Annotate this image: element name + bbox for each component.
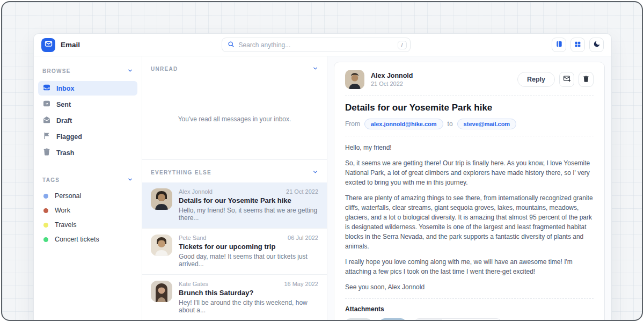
trash-icon (582, 75, 590, 84)
chevron-down-icon[interactable] (127, 175, 133, 185)
tag-label: Travels (55, 221, 77, 229)
book-icon (555, 40, 563, 49)
email-date: 06 Jul 2022 (288, 235, 318, 241)
avatar (151, 281, 172, 302)
unread-empty-state: You've read all messages in your inbox. (142, 79, 327, 159)
to-address-chip[interactable]: steve@mail.com (457, 119, 517, 129)
email-body: Hello, my friend! So, it seems we are ge… (345, 143, 594, 292)
avatar (151, 188, 172, 210)
attachment-photo-half-dome[interactable] (379, 318, 406, 321)
folder-icon (414, 319, 442, 321)
apps-button[interactable] (570, 38, 585, 52)
divider (345, 96, 594, 96)
sidebar: BROWSE Inbox Sent (34, 56, 142, 321)
tag-item-concert-tickets[interactable]: Concert tickets (38, 233, 137, 246)
envelope-plus-icon (563, 75, 571, 84)
reply-button[interactable]: Reply (517, 72, 555, 87)
tag-item-work[interactable]: Work (38, 204, 137, 217)
sidebar-item-trash[interactable]: Trash (38, 145, 137, 160)
email-body-paragraph: So, it seems we are getting there! Our t… (345, 158, 594, 187)
email-app-window: Email / (33, 33, 612, 321)
divider (345, 136, 594, 136)
attachment-photo-valley[interactable] (345, 318, 372, 321)
email-detail-header: Alex Jonnold 21 Oct 2022 Reply (345, 70, 594, 89)
email-subject: Tickets for our upcoming trip (179, 243, 318, 251)
email-date: 16 May 2022 (284, 281, 318, 287)
forward-email-button[interactable] (559, 72, 574, 87)
browse-section-header[interactable]: BROWSE (34, 58, 142, 81)
chevron-down-icon[interactable] (312, 167, 318, 177)
notebook-button[interactable] (552, 38, 566, 52)
file-meta: videos-hike.zip 100 MB (442, 319, 501, 321)
sidebar-item-label: Trash (56, 149, 74, 157)
reading-pane: Alex Jonnold 21 Oct 2022 Reply (327, 56, 611, 321)
tag-label: Personal (55, 192, 81, 200)
unread-section-header[interactable]: UNREAD (142, 56, 327, 79)
sidebar-item-label: Inbox (56, 85, 74, 92)
sidebar-item-draft[interactable]: Draft (38, 113, 137, 128)
tags-section-header[interactable]: TAGS (34, 167, 142, 190)
email-subject: Brunch this Saturday? (179, 289, 318, 297)
everything-else-section-header[interactable]: EVERYTHING ELSE (142, 159, 327, 182)
desktop-background: Email / (1, 1, 643, 321)
main-layout: BROWSE Inbox Sent (34, 56, 611, 321)
divider (345, 298, 594, 299)
email-body-paragraph: See you soon, Alex Jonnold (345, 282, 594, 292)
email-sender: Pete Sand (179, 235, 206, 241)
email-list-item-pete[interactable]: Pete Sand 06 Jul 2022 Tickets for our up… (142, 229, 327, 275)
sidebar-item-inbox[interactable]: Inbox (38, 81, 137, 96)
tag-item-personal[interactable]: Personal (38, 190, 137, 202)
search-input[interactable] (239, 41, 398, 49)
draft-icon (42, 115, 51, 126)
sidebar-item-sent[interactable]: Sent (38, 97, 137, 112)
sidebar-item-label: Sent (56, 101, 71, 108)
email-subject: Details for our Yosemite Park hike (179, 196, 318, 204)
sidebar-item-label: Flagged (56, 133, 82, 141)
tag-label: Concert tickets (55, 236, 99, 243)
attachments-label: Attachments (345, 305, 594, 313)
email-body-paragraph: Hello, my friend! (345, 143, 594, 152)
email-sender: Alex Jonnold (179, 188, 213, 195)
search-bar[interactable]: / (222, 38, 411, 52)
tag-color-dot (43, 194, 48, 199)
sender-name: Alex Jonnold (371, 72, 517, 79)
tag-color-dot (43, 223, 48, 228)
to-label: to (448, 120, 453, 128)
from-address-chip[interactable]: alex.jonnold@hike.com (364, 119, 443, 129)
app-logo (41, 38, 55, 52)
tag-color-dot (43, 237, 48, 242)
sidebar-item-flagged[interactable]: Flagged (38, 129, 137, 144)
chevron-down-icon[interactable] (312, 64, 318, 74)
email-detail-card: Alex Jonnold 21 Oct 2022 Reply (334, 62, 605, 321)
from-to-row: From alex.jonnold@hike.com to steve@mail… (345, 119, 594, 129)
dark-mode-button[interactable] (589, 38, 604, 52)
email-list-item-alex[interactable]: Alex Jonnold 21 Oct 2022 Details for our… (142, 182, 327, 229)
email-preview: Hello, my friend! So, it seems that we a… (179, 207, 318, 222)
everything-else-label: EVERYTHING ELSE (151, 170, 211, 175)
topbar-actions (552, 38, 604, 52)
from-label: From (345, 120, 360, 128)
email-preview: Good day, mate! It seems that our ticket… (179, 253, 318, 268)
browse-label: BROWSE (42, 68, 71, 74)
search-area: / (80, 38, 552, 52)
email-actions: Reply (517, 72, 594, 87)
email-body-paragraph: I really hope you love coming along with… (345, 257, 594, 276)
email-preview: Hey! I'll be around the city this weeken… (179, 299, 318, 314)
sidebar-item-label: Draft (56, 117, 72, 125)
attachment-file-card[interactable]: videos-hike.zip 100 MB (414, 318, 502, 321)
email-date: 21 Oct 2022 (286, 188, 318, 195)
avatar (345, 70, 364, 89)
tag-item-travels[interactable]: Travels (38, 219, 137, 231)
email-body-paragraph: There are plenty of amazing things to se… (345, 193, 594, 251)
avatar (151, 235, 172, 256)
moon-icon (593, 40, 601, 49)
tag-color-dot (43, 208, 48, 213)
delete-email-button[interactable] (579, 72, 594, 87)
inbox-icon (42, 83, 51, 93)
email-list-item-kate[interactable]: Kate Gates 16 May 2022 Brunch this Satur… (142, 275, 327, 321)
search-icon (228, 40, 235, 50)
chevron-down-icon[interactable] (127, 66, 133, 76)
sent-icon (42, 99, 51, 109)
sender-identity: Alex Jonnold 21 Oct 2022 (371, 72, 517, 87)
search-shortcut-badge: / (398, 41, 407, 49)
